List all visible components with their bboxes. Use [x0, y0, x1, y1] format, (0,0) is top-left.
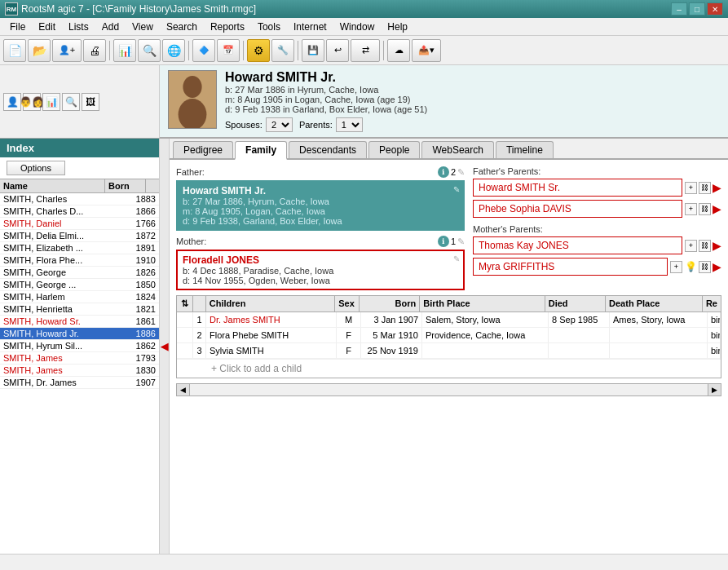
- publish-button[interactable]: 📤▾: [412, 39, 441, 62]
- calendar-button[interactable]: 📅: [217, 39, 240, 62]
- fathers-mother-link-icon[interactable]: ⛓: [699, 203, 711, 215]
- settings-button[interactable]: ⚙: [247, 39, 270, 62]
- mother-box[interactable]: ✎ Floradell JONES b: 4 Dec 1888, Paradis…: [176, 250, 465, 290]
- list-item[interactable]: SMITH, George1826: [0, 267, 159, 279]
- list-item[interactable]: SMITH, Harlem1824: [0, 291, 159, 303]
- hscroll-left-btn[interactable]: ◀: [177, 383, 190, 396]
- tools2-button[interactable]: 🔧: [271, 39, 294, 62]
- table-row[interactable]: 3Sylvia SMITHF25 Nov 1919bir: [177, 343, 721, 359]
- search-button[interactable]: 🔍: [138, 39, 161, 62]
- col-birthplace-header[interactable]: Birth Place: [420, 296, 545, 312]
- menu-lists[interactable]: Lists: [62, 20, 95, 34]
- menu-help[interactable]: Help: [381, 20, 414, 34]
- list-item[interactable]: SMITH, Howard Jr.1886: [0, 328, 159, 340]
- mothers-father-add-icon[interactable]: +: [685, 240, 697, 252]
- menu-search[interactable]: Search: [160, 20, 204, 34]
- col-name-header[interactable]: Name: [0, 179, 105, 192]
- menu-reports[interactable]: Reports: [204, 20, 251, 34]
- maximize-button[interactable]: □: [689, 2, 705, 15]
- print-button[interactable]: 🖨: [83, 39, 106, 62]
- media-button[interactable]: 🔷: [192, 39, 215, 62]
- col-died-header[interactable]: Died: [545, 296, 606, 312]
- col-born-header[interactable]: Born: [105, 179, 146, 192]
- parents-dropdown[interactable]: 1: [336, 117, 363, 132]
- fathers-father-add-icon[interactable]: +: [685, 182, 697, 194]
- open-button[interactable]: 📂: [28, 39, 51, 62]
- col-ref-header[interactable]: Re: [703, 296, 721, 312]
- mothers-mother-add-icon[interactable]: +: [670, 261, 682, 273]
- add-person-button[interactable]: 👤+: [52, 39, 82, 62]
- hscroll-track[interactable]: [190, 383, 708, 396]
- cloud-button[interactable]: ☁: [387, 39, 410, 62]
- menu-view[interactable]: View: [126, 20, 160, 34]
- menu-internet[interactable]: Internet: [287, 20, 333, 34]
- list-item[interactable]: SMITH, Hyrum Sil...1862: [0, 340, 159, 352]
- menu-add[interactable]: Add: [95, 20, 126, 34]
- list-item[interactable]: SMITH, Daniel1766: [0, 218, 159, 230]
- list-item[interactable]: SMITH, Charles1883: [0, 193, 159, 205]
- internet-button[interactable]: 🌐: [162, 39, 185, 62]
- media-small-btn[interactable]: 🖼: [82, 93, 99, 111]
- new-button[interactable]: 📄: [3, 39, 26, 62]
- family-icon-btn[interactable]: 👨‍👩: [23, 93, 41, 111]
- minimize-button[interactable]: –: [671, 2, 687, 15]
- sync-button[interactable]: ⇄: [351, 39, 380, 62]
- fathers-father-box[interactable]: Howard SMITH Sr.: [473, 179, 682, 197]
- tab-websearch[interactable]: WebSearch: [421, 141, 493, 158]
- table-row[interactable]: 1Dr. James SMITHM3 Jan 1907Salem, Story,…: [177, 312, 721, 328]
- tab-timeline[interactable]: Timeline: [496, 141, 554, 158]
- left-nav-arrow[interactable]: ◀: [160, 139, 170, 554]
- search-icon-btn[interactable]: 🔍: [62, 93, 80, 111]
- list-item[interactable]: SMITH, George ...1850: [0, 279, 159, 291]
- menu-tools[interactable]: Tools: [251, 20, 287, 34]
- mothers-father-link-icon[interactable]: ⛓: [699, 240, 711, 252]
- fathers-mother-box[interactable]: Phebe Sophia DAVIS: [473, 200, 682, 218]
- tab-descendants[interactable]: Descendants: [289, 141, 367, 158]
- mothers-mother-arrow[interactable]: ▶: [713, 260, 721, 273]
- mothers-mother-link-icon[interactable]: ⛓: [699, 261, 711, 273]
- col-born-header[interactable]: Born: [360, 296, 420, 312]
- list-item[interactable]: SMITH, Elizabeth ...1891: [0, 242, 159, 254]
- list-item[interactable]: SMITH, Henrietta1821: [0, 303, 159, 316]
- mothers-mother-box[interactable]: Myra GRIFFITHS: [473, 258, 668, 276]
- hscroll-right-btn[interactable]: ▶: [708, 383, 721, 396]
- father-box[interactable]: ✎ Howard SMITH Jr. b: 27 Mar 1886, Hyrum…: [176, 180, 465, 231]
- list-item[interactable]: SMITH, James1830: [0, 365, 159, 377]
- fathers-father-link-icon[interactable]: ⛓: [699, 182, 711, 194]
- list-item[interactable]: SMITH, Delia Elmi...1872: [0, 230, 159, 242]
- col-children-header[interactable]: Children: [206, 296, 335, 312]
- father-edit-icon[interactable]: ✎: [453, 185, 460, 194]
- menu-file[interactable]: File: [3, 20, 32, 34]
- tab-family[interactable]: Family: [235, 141, 287, 160]
- col-sort[interactable]: ⇅: [177, 296, 193, 312]
- edit-father-icon[interactable]: ✎: [457, 167, 465, 178]
- col-sex-header[interactable]: Sex: [335, 296, 360, 312]
- table-row[interactable]: 2Flora Phebe SMITHF5 Mar 1910Providence,…: [177, 328, 721, 343]
- add-child-row[interactable]: + Click to add a child: [177, 359, 721, 378]
- list-item[interactable]: SMITH, Flora Phe...1910: [0, 254, 159, 267]
- list-item[interactable]: SMITH, Howard Sr.1861: [0, 316, 159, 328]
- edit-mother-icon[interactable]: ✎: [457, 236, 465, 247]
- tab-pedigree[interactable]: Pedigree: [173, 141, 233, 158]
- hscrollbar[interactable]: ◀ ▶: [176, 383, 721, 396]
- reports-button[interactable]: 📊: [113, 39, 136, 62]
- list-item[interactable]: SMITH, Charles D...1866: [0, 205, 159, 218]
- fathers-mother-arrow[interactable]: ▶: [713, 202, 721, 215]
- backup-button[interactable]: 💾: [302, 39, 324, 62]
- close-button[interactable]: ✕: [707, 2, 723, 15]
- restore-button[interactable]: ↩: [326, 39, 349, 62]
- menu-edit[interactable]: Edit: [32, 20, 62, 34]
- bookmark-icon-btn[interactable]: 📊: [42, 93, 60, 111]
- person-icon-btn[interactable]: 👤: [3, 93, 21, 111]
- menu-window[interactable]: Window: [333, 20, 382, 34]
- list-item[interactable]: SMITH, Dr. James1907: [0, 377, 159, 389]
- mothers-father-arrow[interactable]: ▶: [713, 239, 721, 252]
- spouses-dropdown[interactable]: 2: [266, 117, 293, 132]
- list-item[interactable]: SMITH, James1793: [0, 352, 159, 365]
- fathers-mother-add-icon[interactable]: +: [685, 203, 697, 215]
- mothers-father-box[interactable]: Thomas Kay JONES: [473, 236, 682, 254]
- mother-edit-icon[interactable]: ✎: [453, 254, 460, 263]
- fathers-father-arrow[interactable]: ▶: [713, 181, 721, 194]
- options-button[interactable]: Options: [7, 161, 65, 175]
- col-deathplace-header[interactable]: Death Place: [606, 296, 703, 312]
